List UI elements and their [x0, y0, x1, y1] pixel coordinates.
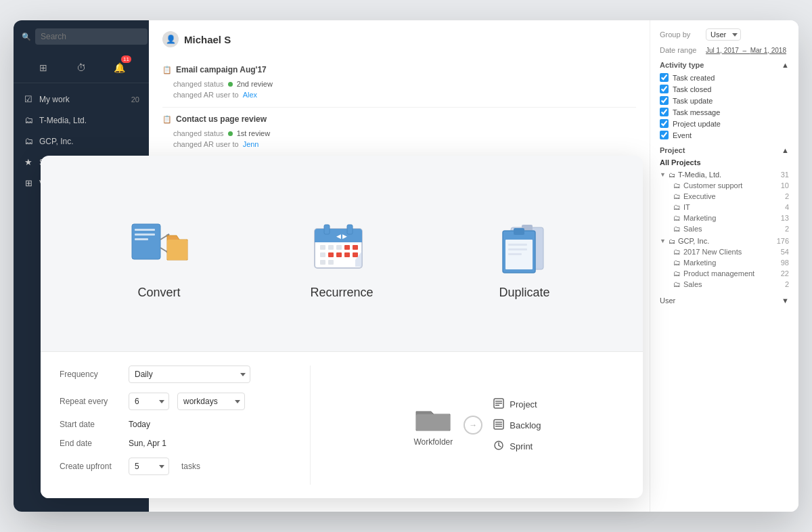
folder-icon-gcp: 🗂 [669, 238, 675, 245]
svg-rect-37 [495, 422, 502, 423]
folder-sub-icon-6: 🗂 [673, 248, 681, 256]
project-sub-gcp-sales[interactable]: 🗂 Sales 2 [660, 279, 789, 290]
svg-rect-22 [328, 260, 334, 265]
project-sub-new-clients[interactable]: 🗂 2017 New Clients 54 [660, 246, 789, 257]
target-project[interactable]: Project [493, 398, 541, 411]
activity-type-section[interactable]: Activity type ▲ [660, 61, 789, 69]
project-sub-executive[interactable]: 🗂 Executive 2 [660, 191, 789, 202]
checkbox-icon: ☑ [23, 94, 34, 104]
end-date-value: Sun, Apr 1 [129, 439, 166, 448]
project-sub-it[interactable]: 🗂 IT 4 [660, 202, 789, 213]
sidebar-item-gcp-inc[interactable]: 🗂 GCP, Inc. [14, 131, 149, 152]
project-sub-customer-support[interactable]: 🗂 Customer support 10 [660, 180, 789, 191]
svg-rect-21 [320, 260, 325, 265]
project-section[interactable]: Project ▲ [660, 146, 789, 154]
search-input[interactable] [35, 28, 148, 45]
frequency-label: Frequency [60, 370, 120, 379]
folder-icon: 🗂 [669, 171, 675, 179]
status-dot-2 [228, 131, 233, 136]
svg-rect-35 [495, 405, 499, 406]
svg-rect-31 [416, 414, 450, 430]
svg-rect-33 [495, 401, 502, 402]
sidebar-search-bar: 🔍 + [14, 20, 149, 53]
checkbox-task-update: Task update [660, 96, 789, 105]
svg-rect-30 [508, 253, 522, 255]
activity-row-2-2: changed AR user to Jenn [162, 139, 636, 150]
frequency-select[interactable]: Daily Weekly Monthly [129, 365, 250, 383]
feature-overlay: Convert ◀ ▶ [41, 156, 643, 498]
arrow-circle: → [464, 416, 482, 435]
feature-duplicate[interactable]: Duplicate [491, 221, 558, 300]
project-list: All Projects ▼ 🗂 T-Media, Ltd. 31 🗂 Cust… [660, 158, 789, 290]
feature-recurrence[interactable]: ◀ ▶ Recurrence [308, 221, 376, 300]
project-group-header-gcp[interactable]: ▼ 🗂 GCP, Inc. 176 [660, 236, 789, 246]
start-date-label: Start date [60, 420, 120, 429]
activity-item-2: 📋 Contact us page review changed status … [162, 108, 636, 157]
folder-sub-icon-9: 🗂 [673, 280, 681, 288]
repeat-every-label: Repeat every [60, 397, 120, 406]
sidebar-item-my-work[interactable]: ☑ My work 20 [14, 89, 149, 110]
activity-row-1-1: changed status 2nd review [162, 79, 636, 89]
repeat-number-select[interactable]: 6 1 2 3 [129, 393, 169, 410]
repeat-every-row: Repeat every 6 1 2 3 workdays days weeks [60, 393, 290, 410]
status-dot [228, 82, 233, 87]
create-upfront-row: Create upfront 5 1 3 7 tasks [60, 458, 290, 475]
start-date-row: Start date Today [60, 420, 290, 429]
user-name: Michael S [184, 34, 231, 45]
project-sub-sales[interactable]: 🗂 Sales 2 [660, 223, 789, 234]
tasks-label: tasks [181, 462, 200, 471]
svg-rect-34 [495, 403, 502, 404]
svg-rect-19 [344, 252, 350, 257]
end-date-row: End date Sun, Apr 1 [60, 439, 290, 448]
feature-convert[interactable]: Convert [125, 221, 193, 300]
convert-svg-icon [125, 221, 193, 275]
duplicate-label: Duplicate [499, 286, 549, 300]
svg-rect-3 [135, 238, 148, 240]
checkbox-project-update: Project update [660, 119, 789, 128]
project-icon [493, 398, 504, 411]
project-group-header-t-media[interactable]: ▼ 🗂 T-Media, Ltd. 31 [660, 169, 789, 180]
duplicate-svg-icon [491, 221, 558, 275]
folder-sub-icon-5: 🗂 [673, 225, 681, 233]
target-backlog[interactable]: Backlog [493, 419, 541, 432]
project-sub-product-mgmt[interactable]: 🗂 Product management 22 [660, 268, 789, 279]
right-panel: Group by User Date range Jul 1, 2017 – M… [650, 20, 798, 512]
user-section[interactable]: User ▼ [660, 296, 789, 305]
activity-title-1: 📋 Email campaign Aug'17 [162, 65, 636, 74]
chevron-down-icon: ▼ [660, 171, 666, 178]
activity-title-2: 📋 Contact us page review [162, 114, 636, 124]
checkbox-task-message: Task message [660, 108, 789, 116]
chevron-down-icon-user: ▼ [782, 296, 789, 305]
svg-rect-9 [347, 225, 353, 234]
project-sub-gcp-marketing[interactable]: 🗂 Marketing 98 [660, 257, 789, 268]
target-sprint[interactable]: Sprint [493, 440, 541, 453]
svg-rect-4 [167, 240, 187, 260]
target-options: Project Backlog Sprint [493, 398, 541, 453]
grid-icon[interactable]: ⊞ [34, 58, 53, 77]
notification-badge: 11 [121, 56, 131, 63]
checkbox-event: Event [660, 131, 789, 139]
vertical-divider-1 [310, 365, 311, 485]
workfolder-section: Workfolder → Project Backlog [331, 365, 624, 485]
avatar: 👤 [162, 31, 179, 47]
repeat-unit-select[interactable]: workdays days weeks [177, 393, 245, 410]
workfolder-label: Workfolder [413, 437, 453, 447]
activity-item-1: 📋 Email campaign Aug'17 changed status 2… [162, 58, 636, 108]
activity-user-header: 👤 Michael S [162, 31, 636, 47]
sidebar-item-t-media[interactable]: 🗂 T-Media, Ltd. [14, 110, 149, 131]
svg-rect-29 [508, 248, 527, 250]
all-projects-label: All Projects [660, 158, 789, 167]
date-range-value[interactable]: Jul 1, 2017 – Mar 1, 2018 [706, 47, 786, 54]
svg-rect-11 [320, 245, 325, 250]
svg-rect-12 [328, 245, 334, 250]
clock-icon[interactable]: ⏱ [72, 58, 91, 77]
star-icon: ★ [23, 157, 34, 167]
group-by-select[interactable]: User [706, 28, 741, 41]
folder-sub-icon-8: 🗂 [673, 269, 681, 278]
create-upfront-select[interactable]: 5 1 3 7 [129, 458, 169, 475]
project-sub-marketing[interactable]: 🗂 Marketing 13 [660, 213, 789, 223]
svg-rect-26 [514, 228, 524, 235]
chevron-up-icon: ▲ [782, 61, 789, 69]
end-date-label: End date [60, 439, 120, 448]
bell-icon[interactable]: 🔔 11 [110, 58, 129, 77]
